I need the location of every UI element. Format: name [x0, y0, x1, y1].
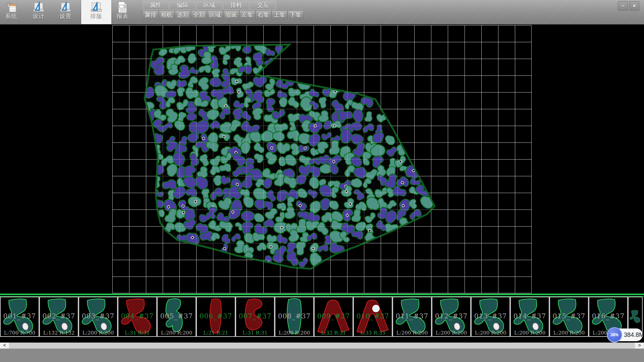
scroll-left-icon[interactable]: < — [0, 343, 9, 349]
menu-tab-interaction[interactable]: 交互 — [250, 1, 276, 10]
menu-tab-edit[interactable]: 编辑 — [169, 1, 196, 10]
piece-shape — [40, 297, 78, 336]
tool-button-select-cut[interactable]: 选割 — [175, 10, 191, 20]
piece-thumbnail-004[interactable]: 004_#37L:31 R:31 — [118, 297, 157, 337]
main-tab-label: 设计 — [33, 13, 45, 19]
piece-shape — [197, 297, 235, 336]
tool-button-camera[interactable]: 相机 — [159, 10, 175, 20]
nested-hide-svg — [0, 24, 644, 294]
tool-button-region[interactable]: 区域 — [207, 10, 223, 20]
piece-thumbnail-015[interactable]: 015_#37L:200 R:200 — [549, 297, 589, 337]
horizontal-scrollbar[interactable]: < > — [0, 343, 644, 349]
ruler-laptop-icon — [90, 1, 103, 13]
status-bar — [0, 349, 644, 362]
piece-thumbnail-006[interactable]: 006_#37L:21 R:21 — [196, 297, 235, 337]
gear-table-icon — [5, 1, 17, 13]
piece-thumbnail-014[interactable]: 014_#37L:200 R:200 — [510, 297, 549, 337]
main-tab-label: 系统 — [5, 13, 17, 19]
tool-button-snap-bottom[interactable]: 下靠 — [287, 10, 304, 20]
piece-shape — [393, 297, 431, 336]
close-button[interactable]: × — [629, 1, 639, 11]
piece-thumbnail-011[interactable]: 011_#37L:200 R:200 — [392, 297, 432, 337]
main-tab-label: 设置 — [59, 13, 71, 19]
piece-shape — [158, 297, 196, 336]
piece-thumbnail-007[interactable]: 007_#37L:31 R:31 — [235, 297, 275, 337]
main-tab-layout[interactable]: 排版 — [81, 0, 111, 24]
piece-thumbnail-002[interactable]: 002_#37L:132 R:132 — [39, 297, 78, 337]
usage-percent-indicator: 38% — [607, 327, 622, 343]
piece-shape — [511, 297, 549, 336]
piece-shape — [118, 297, 156, 336]
main-tab-design[interactable]: 设计 — [28, 0, 50, 24]
minimize-button[interactable]: – — [618, 1, 628, 11]
piece-shape — [315, 297, 353, 336]
piece-thumbnail-008[interactable]: 008_#37L:200 R:200 — [275, 297, 314, 337]
piece-shape — [432, 297, 470, 336]
menu-tab-properties[interactable]: 属性 — [143, 1, 169, 10]
ruler-laptop-icon — [32, 1, 45, 13]
memory-usage-badge: 38% 384.8M — [608, 328, 643, 341]
main-tab-settings[interactable]: 设置 — [54, 0, 76, 24]
piece-thumbnail-012[interactable]: 012_#37L:200 R:200 — [432, 297, 471, 337]
piece-shape — [1, 297, 39, 336]
ribbon-toolbar: 系统设计设置排版报表 属性编辑区域排料交互 聚排相机选割全割区域瑕疵左靠右靠上靠… — [0, 0, 644, 24]
piece-thumbnail-strip: 001_#37L:700 R:700002_#37L:132 R:132003_… — [0, 297, 644, 337]
memory-value: 384.8M — [624, 328, 644, 341]
tool-button-cut-all[interactable]: 全割 — [191, 10, 207, 20]
main-tab-label: 排版 — [90, 13, 102, 19]
tool-button-snap-right[interactable]: 右靠 — [255, 10, 271, 20]
menu-tab-nesting[interactable]: 排料 — [223, 1, 249, 10]
piece-shape — [275, 297, 313, 336]
piece-shape — [79, 297, 117, 336]
report-document-icon — [116, 1, 129, 13]
piece-thumbnail-001[interactable]: 001_#37L:700 R:700 — [0, 297, 39, 337]
piece-shape — [236, 297, 274, 336]
nesting-canvas[interactable] — [0, 24, 644, 294]
piece-thumbnail-005[interactable]: 005_#37L:200 R:200 — [157, 297, 196, 337]
tool-button-snap-top[interactable]: 上靠 — [271, 10, 287, 20]
tool-button-defect[interactable]: 瑕疵 — [223, 10, 239, 20]
piece-thumbnail-009[interactable]: 009_#37L:32 R:31 — [314, 297, 353, 337]
piece-thumbnail-010[interactable]: 010_#37L:33 R:33 — [353, 297, 392, 337]
tool-button-cluster-nest[interactable]: 聚排 — [143, 10, 159, 20]
piece-thumbnail-003[interactable]: 003_#37L:200 R:200 — [78, 297, 118, 337]
main-tab-system[interactable]: 系统 — [0, 0, 22, 24]
menu-tab-region[interactable]: 区域 — [196, 1, 222, 10]
tool-button-snap-left[interactable]: 左靠 — [239, 10, 255, 20]
scroll-right-icon[interactable]: > — [635, 343, 644, 349]
piece-shape — [550, 297, 588, 336]
piece-shape — [354, 297, 392, 336]
piece-shape — [472, 297, 509, 336]
piece-thumbnail-013[interactable]: 013_#37L:200 R:200 — [471, 297, 510, 337]
main-tab-label: 报表 — [116, 13, 128, 19]
green-divider-line — [0, 294, 644, 297]
main-tab-report[interactable]: 报表 — [112, 0, 133, 24]
ruler-laptop-icon — [59, 1, 72, 13]
